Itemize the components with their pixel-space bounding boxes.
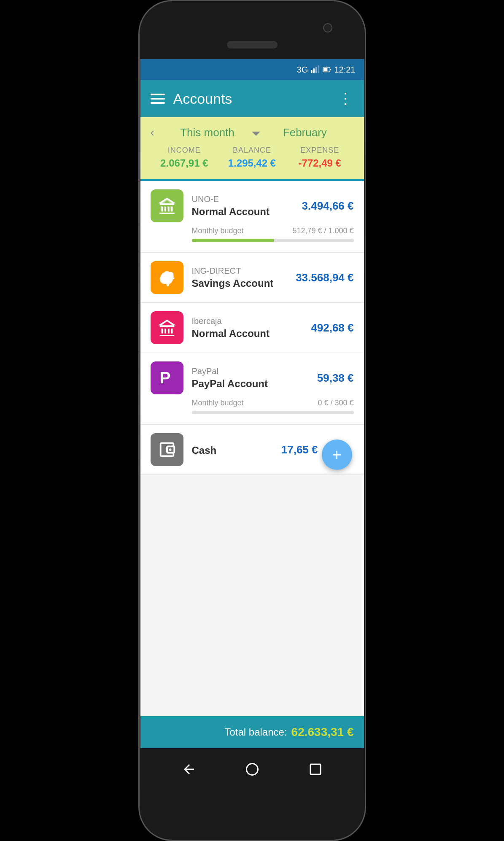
speaker — [227, 41, 278, 49]
wallet-icon — [157, 440, 177, 459]
account-balance: 59,38 € — [317, 372, 354, 385]
account-item[interactable]: UNO-E Normal Account 3.494,66 € Monthly … — [140, 181, 364, 253]
budget-bar-container — [151, 239, 354, 242]
account-info: ING-DIRECT Savings Account — [192, 266, 296, 289]
income-label: INCOME — [151, 146, 218, 155]
summary-numbers: INCOME 2.067,91 € BALANCE 1.295,42 € EXP… — [151, 146, 354, 169]
back-nav-icon — [181, 762, 197, 777]
account-bank-name: ING-DIRECT — [192, 266, 296, 276]
svg-point-12 — [246, 764, 258, 775]
back-period-button[interactable]: ‹ — [151, 126, 154, 139]
account-bank-name: Ibercaja — [192, 316, 311, 326]
network-indicator: 3G — [297, 65, 308, 75]
account-main-row: P PayPal PayPal Account 59,38 € — [151, 361, 354, 394]
expense-value: -772,49 € — [286, 157, 354, 169]
account-icon-ing — [151, 261, 183, 294]
battery-icon — [322, 65, 332, 74]
account-bank-name: UNO-E — [192, 194, 302, 204]
svg-rect-13 — [310, 764, 321, 774]
account-type-name: Normal Account — [192, 328, 311, 340]
account-icon-uno-e — [151, 189, 183, 222]
phone-shell: 3G 12:21 Account — [138, 0, 366, 841]
fab-plus-icon: + — [332, 447, 341, 463]
status-icons: 3G 12:21 — [297, 65, 356, 75]
svg-point-11 — [169, 448, 171, 451]
budget-row: Monthly budget 512,79 € / 1.000 € — [151, 226, 354, 235]
home-nav-button[interactable] — [242, 759, 263, 780]
account-type-name: Normal Account — [192, 206, 302, 218]
account-icon-cash — [151, 433, 183, 466]
paypal-icon: P — [157, 368, 177, 388]
budget-bar-container — [151, 411, 354, 414]
hamburger-menu-button[interactable] — [151, 94, 165, 104]
app-bar: Accounts ⋮ — [140, 80, 364, 117]
more-options-button[interactable]: ⋮ — [338, 90, 354, 108]
account-info: UNO-E Normal Account — [192, 194, 302, 218]
accounts-list: UNO-E Normal Account 3.494,66 € Monthly … — [140, 181, 364, 716]
phone-top-bar — [138, 0, 366, 59]
svg-rect-6 — [324, 68, 328, 71]
account-icon-paypal: P — [151, 361, 183, 394]
balance-value: 1.295,42 € — [218, 157, 286, 169]
tab-indicator — [252, 132, 260, 136]
account-type-name: Savings Account — [192, 278, 296, 289]
time-display: 12:21 — [334, 65, 355, 75]
budget-value: 0 € / 300 € — [318, 399, 353, 407]
account-balance: 3.494,66 € — [302, 199, 354, 213]
add-account-fab[interactable]: + — [322, 439, 352, 470]
piggy-icon — [157, 268, 177, 287]
svg-rect-1 — [313, 68, 315, 73]
bank-icon — [157, 318, 177, 337]
expense-col: EXPENSE -772,49 € — [286, 146, 354, 169]
balance-label: BALANCE — [218, 146, 286, 155]
account-info: PayPal PayPal Account — [192, 367, 317, 390]
budget-bar-background — [192, 239, 354, 242]
summary-panel: ‹ This month February INCOME 2.067,91 € … — [140, 117, 364, 179]
account-info: Ibercaja Normal Account — [192, 316, 311, 340]
bank-icon — [157, 196, 177, 216]
signal-icon — [310, 65, 320, 74]
camera — [323, 23, 332, 32]
screen: 3G 12:21 Account — [140, 59, 364, 790]
expense-label: EXPENSE — [286, 146, 354, 155]
budget-bar-fill — [192, 239, 275, 242]
budget-row: Monthly budget 0 € / 300 € — [151, 399, 354, 407]
recents-nav-button[interactable] — [305, 759, 326, 780]
recents-nav-icon — [308, 762, 323, 777]
account-item[interactable]: Ibercaja Normal Account 492,68 € — [140, 303, 364, 353]
status-bar: 3G 12:21 — [140, 59, 364, 80]
home-nav-icon — [245, 762, 260, 777]
page-title: Accounts — [173, 91, 329, 107]
budget-value: 512,79 € / 1.000 € — [292, 226, 353, 235]
balance-col: BALANCE 1.295,42 € — [218, 146, 286, 169]
total-balance-label: Total balance: — [224, 726, 287, 738]
nav-bar — [140, 748, 364, 790]
account-info: Cash — [192, 443, 281, 456]
svg-text:P: P — [159, 369, 170, 387]
account-icon-ibercaja — [151, 311, 183, 344]
total-balance-value: 62.633,31 € — [291, 725, 354, 739]
income-value: 2.067,91 € — [151, 157, 218, 169]
tab-february[interactable]: February — [256, 126, 353, 139]
total-balance-bar: Total balance: 62.633,31 € — [140, 716, 364, 748]
account-balance: 492,68 € — [311, 321, 353, 334]
svg-rect-0 — [311, 70, 313, 73]
account-item[interactable]: ING-DIRECT Savings Account 33.568,94 € — [140, 253, 364, 303]
period-tabs: ‹ This month February — [151, 126, 354, 139]
svg-rect-3 — [318, 65, 320, 73]
budget-bar-background — [192, 411, 354, 414]
budget-label: Monthly budget — [192, 226, 244, 235]
account-balance: 17,65 € — [281, 443, 318, 456]
back-nav-button[interactable] — [178, 759, 199, 780]
account-balance: 33.568,94 € — [296, 271, 353, 284]
account-type-name: PayPal Account — [192, 378, 317, 390]
budget-label: Monthly budget — [192, 399, 244, 407]
account-item[interactable]: P PayPal PayPal Account 59,38 € Monthly … — [140, 353, 364, 425]
svg-rect-2 — [315, 67, 317, 73]
cash-item-wrapper: Cash 17,65 € + — [140, 425, 364, 475]
account-type-name: Cash — [192, 445, 281, 456]
account-bank-name: PayPal — [192, 367, 317, 376]
phone-bottom-bar — [138, 790, 366, 841]
tab-this-month[interactable]: This month — [159, 126, 256, 139]
account-main-row: UNO-E Normal Account 3.494,66 € — [151, 189, 354, 222]
